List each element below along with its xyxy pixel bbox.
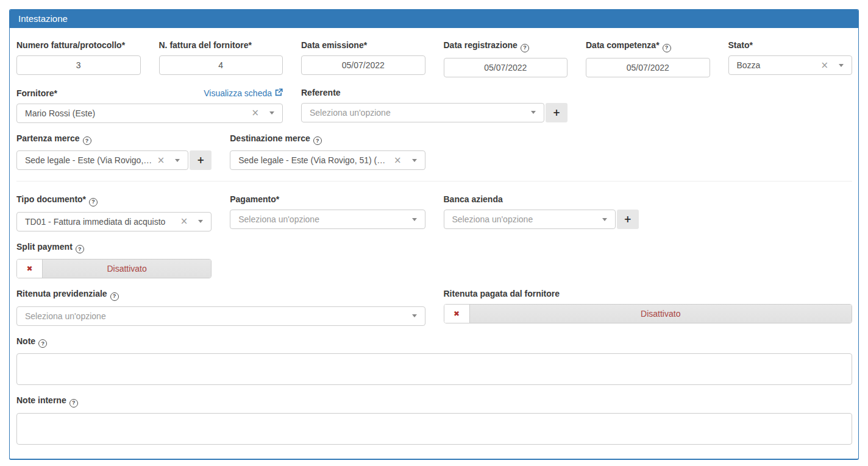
- external-link-icon: [275, 88, 283, 98]
- registration-date-label: Data registrazione?: [444, 41, 568, 52]
- field-internal-notes: Note interne?: [16, 396, 852, 445]
- panel-body: Numero fattura/protocollo* N. fattura de…: [10, 28, 858, 464]
- toggle-off-icon: ✖: [17, 259, 43, 278]
- row-split-payment: Split payment? ✖ Disattivato: [16, 242, 852, 279]
- company-bank-placeholder: Seleziona un'opzione: [452, 214, 592, 224]
- plus-icon: +: [197, 155, 205, 166]
- row-notes: Note?: [16, 337, 852, 386]
- help-icon[interactable]: ?: [83, 136, 91, 145]
- row-header-fields: Numero fattura/protocollo* N. fattura de…: [16, 41, 852, 77]
- internal-notes-textarea[interactable]: [16, 413, 852, 445]
- row-withholding: Ritenuta previdenziale? Seleziona un'opz…: [16, 289, 852, 326]
- field-document-type: Tipo documento*? TD01 - Fattura immediat…: [16, 195, 212, 231]
- accrual-date-label: Data competenza*?: [586, 41, 710, 52]
- supplier-select[interactable]: Mario Rossi (Este) ×: [16, 104, 283, 123]
- supplier-label: Fornitore*: [16, 89, 57, 98]
- add-contact-button[interactable]: +: [546, 103, 567, 122]
- goods-origin-select[interactable]: Sede legale - Este (Via Rovigo, 5... ×: [16, 150, 188, 170]
- clear-icon[interactable]: ×: [157, 156, 165, 165]
- chevron-down-icon: [412, 314, 417, 317]
- withholding-placeholder: Seleziona un'opzione: [25, 311, 402, 321]
- status-label: Stato*: [728, 41, 853, 50]
- row-goods: Partenza merce? Sede legale - Este (Via …: [16, 134, 852, 171]
- document-type-select[interactable]: TD01 - Fattura immediata di acquisto ×: [16, 212, 212, 231]
- withholding-paid-toggle[interactable]: ✖ Disattivato: [444, 304, 853, 323]
- payment-label: Pagamento*: [230, 195, 425, 204]
- help-icon[interactable]: ?: [110, 292, 119, 301]
- field-invoice-number: Numero fattura/protocollo*: [16, 41, 141, 75]
- payment-placeholder: Seleziona un'opzione: [238, 214, 401, 224]
- registration-date-input[interactable]: [444, 58, 568, 77]
- contact-select[interactable]: Seleziona un'opzione: [301, 103, 544, 122]
- goods-destination-label: Destinazione merce?: [230, 134, 425, 146]
- notes-textarea[interactable]: [16, 353, 852, 385]
- help-icon[interactable]: ?: [69, 399, 78, 408]
- internal-notes-label: Note interne?: [16, 396, 852, 408]
- chevron-down-icon: [412, 159, 417, 162]
- contact-placeholder: Seleziona un'opzione: [310, 108, 521, 118]
- add-company-bank-button[interactable]: +: [617, 210, 639, 229]
- goods-origin-value: Sede legale - Este (Via Rovigo, 5...: [25, 155, 152, 165]
- split-payment-toggle[interactable]: ✖ Disattivato: [16, 259, 212, 278]
- field-withholding: Ritenuta previdenziale? Seleziona un'opz…: [16, 289, 425, 326]
- chevron-down-icon: [175, 159, 180, 162]
- field-split-payment: Split payment? ✖ Disattivato: [16, 242, 212, 279]
- field-withholding-paid: Ritenuta pagata dal fornitore ✖ Disattiv…: [444, 289, 853, 323]
- help-icon[interactable]: ?: [313, 136, 322, 145]
- row-internal-notes: Note interne?: [16, 396, 852, 445]
- accrual-date-input[interactable]: [586, 58, 710, 77]
- goods-origin-label: Partenza merce?: [16, 134, 212, 146]
- status-value: Bozza: [737, 60, 816, 70]
- row-supplier: Fornitore* Visualizza scheda Ma: [16, 88, 852, 123]
- status-select[interactable]: Bozza ×: [728, 55, 853, 75]
- field-notes: Note?: [16, 337, 852, 386]
- chevron-down-icon: [531, 111, 536, 114]
- clear-icon[interactable]: ×: [251, 108, 259, 118]
- panel-title: Intestazione: [10, 10, 858, 28]
- invoice-number-label: Numero fattura/protocollo*: [16, 41, 141, 50]
- goods-destination-value: Sede legale - Este (Via Rovigo, 51) (Ad.…: [238, 155, 389, 165]
- document-type-value: TD01 - Fattura immediata di acquisto: [25, 217, 176, 227]
- issue-date-input[interactable]: [301, 55, 425, 75]
- document-type-label: Tipo documento*?: [16, 195, 212, 207]
- chevron-down-icon: [198, 220, 203, 223]
- field-accrual-date: Data competenza*?: [586, 41, 710, 77]
- field-supplier: Fornitore* Visualizza scheda Ma: [16, 88, 283, 123]
- supplier-invoice-number-input[interactable]: [159, 55, 283, 75]
- company-bank-select[interactable]: Seleziona un'opzione: [444, 210, 616, 229]
- split-payment-label: Split payment?: [16, 242, 212, 254]
- chevron-down-icon: [412, 218, 417, 221]
- help-icon[interactable]: ?: [76, 245, 84, 253]
- issue-date-label: Data emissione*: [301, 41, 425, 50]
- invoice-number-input[interactable]: [16, 55, 141, 75]
- withholding-select[interactable]: Seleziona un'opzione: [16, 306, 425, 326]
- field-status: Stato* Bozza ×: [728, 41, 853, 75]
- field-supplier-invoice-number: N. fattura del fornitore*: [159, 41, 283, 75]
- view-supplier-card-link[interactable]: Visualizza scheda: [204, 88, 283, 98]
- help-icon[interactable]: ?: [38, 339, 47, 348]
- chevron-down-icon: [839, 64, 844, 67]
- notes-label: Note?: [16, 337, 852, 348]
- goods-destination-select[interactable]: Sede legale - Este (Via Rovigo, 51) (Ad.…: [230, 150, 425, 170]
- chevron-down-icon: [269, 111, 274, 115]
- payment-select[interactable]: Seleziona un'opzione: [230, 210, 425, 229]
- field-company-bank: Banca azienda Seleziona un'opzione +: [444, 195, 639, 229]
- supplier-invoice-number-label: N. fattura del fornitore*: [159, 41, 283, 50]
- chevron-down-icon: [602, 218, 607, 221]
- clear-icon[interactable]: ×: [180, 217, 188, 226]
- help-icon[interactable]: ?: [89, 198, 98, 207]
- section-divider: [16, 181, 852, 182]
- intestazione-panel: Intestazione Numero fattura/protocollo* …: [9, 9, 859, 460]
- contact-label: Referente: [301, 88, 567, 97]
- split-payment-state: Disattivato: [43, 259, 211, 278]
- withholding-paid-label: Ritenuta pagata dal fornitore: [444, 289, 853, 298]
- field-issue-date: Data emissione*: [301, 41, 425, 75]
- help-icon[interactable]: ?: [663, 44, 671, 52]
- clear-icon[interactable]: ×: [820, 61, 828, 70]
- plus-icon: +: [553, 107, 561, 118]
- toggle-off-icon: ✖: [444, 305, 470, 323]
- field-goods-destination: Destinazione merce? Sede legale - Este (…: [230, 134, 425, 171]
- help-icon[interactable]: ?: [521, 44, 529, 52]
- clear-icon[interactable]: ×: [394, 156, 402, 165]
- add-goods-origin-button[interactable]: +: [190, 150, 212, 170]
